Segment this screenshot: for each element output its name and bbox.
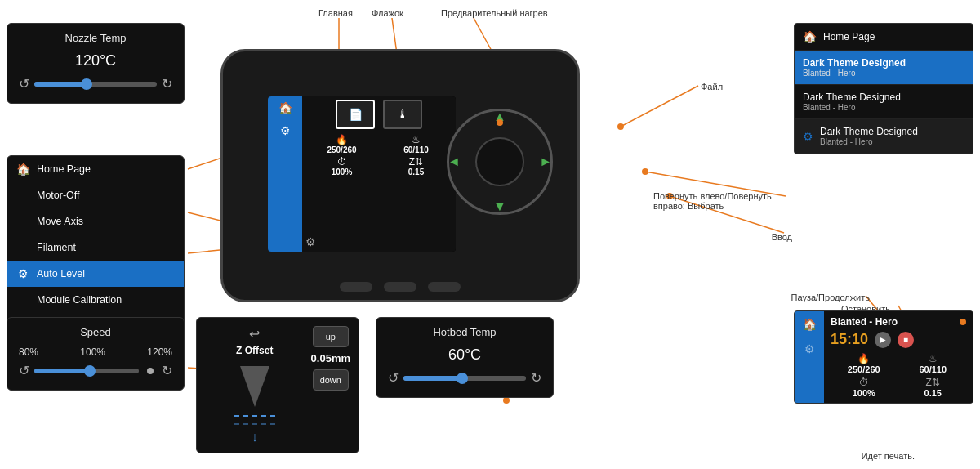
speed-panel: Speed 80% 100% 120% ↺ ↻ xyxy=(7,317,185,391)
nozzle-temp-slider-row: ↺ ↻ xyxy=(19,76,172,92)
print-bed-stat: ♨ 60/110 xyxy=(900,353,967,374)
screen-gear-bottom-icon[interactable]: ⚙ xyxy=(305,235,316,248)
print-title-row: Blanted - Hero xyxy=(831,316,966,328)
speed-track[interactable] xyxy=(34,368,139,373)
zoffset-nozzle-shape xyxy=(240,366,270,407)
menu-item-module-cal[interactable]: Module Calibration xyxy=(7,287,184,313)
print-panel-body: 🏠 ⚙ Blanted - Hero 15:10 ▶ ■ 🔥 250/260 xyxy=(795,311,973,403)
screen-z-icon: Z⇅ xyxy=(380,156,452,168)
print-stop-btn[interactable]: ■ xyxy=(898,332,914,348)
screen-bed-block: ♨ 60/110 xyxy=(380,134,452,154)
print-z-stat: Z⇅ 0.15 xyxy=(900,377,967,398)
menu-item-motor-off[interactable]: Motor-Off xyxy=(7,182,184,208)
speed-thumb[interactable] xyxy=(84,365,96,377)
speed-decrease-icon[interactable]: ↺ xyxy=(19,363,29,378)
speed-80: 80% xyxy=(19,346,38,358)
hotbed-thumb[interactable] xyxy=(457,373,468,384)
menu-item-filament[interactable]: Filament xyxy=(7,234,184,261)
speed-120: 120% xyxy=(147,346,172,358)
menu-panel: 🏠 Home Page Motor-Off Move Axis Filament… xyxy=(7,155,185,340)
screen-home-icon[interactable]: 🏠 xyxy=(278,101,292,114)
screen-speed-icon: ⏱ xyxy=(305,156,378,168)
print-speed-stat: ⏱ 100% xyxy=(831,377,898,398)
svg-point-17 xyxy=(642,168,648,175)
print-home-icon[interactable]: 🏠 xyxy=(803,318,817,331)
dial-indicator-dot xyxy=(497,119,503,126)
label-preheat: Предварительный нагрев xyxy=(441,8,548,18)
zoffset-left-section: ↩ Z Offset ↓ xyxy=(205,326,305,444)
screen-nozzle-block: 🔥 250/260 xyxy=(305,134,378,154)
menu-item-move-axis[interactable]: Move Axis xyxy=(7,208,184,234)
device-btn-3[interactable] xyxy=(428,282,461,292)
screen-z-value: 0.15 xyxy=(380,168,452,176)
home-icon: 🏠 xyxy=(16,162,30,176)
right-menu-homepage[interactable]: 🏠 Home Page xyxy=(795,24,973,51)
speed-options: 80% 100% 120% xyxy=(19,346,172,358)
right-menu-dark-2-label: Dark Theme Designed xyxy=(803,92,901,103)
nozzle-temp-value: 120°C xyxy=(19,52,172,69)
screen-z-block: Z⇅ 0.15 xyxy=(380,156,452,176)
screen-file-icon-box[interactable]: 📄 xyxy=(336,100,375,129)
menu-item-homepage[interactable]: 🏠 Home Page xyxy=(7,156,184,182)
menu-item-auto-level[interactable]: ⚙ Auto Level xyxy=(7,261,184,287)
screen-speed-block: ⏱ 100% xyxy=(305,156,378,176)
zoffset-panel: ↩ Z Offset ↓ up 0.05mm down xyxy=(196,317,359,453)
print-gear-icon[interactable]: ⚙ xyxy=(804,342,815,355)
dial-left-arrow: ◄ xyxy=(448,154,461,169)
label-rotate: Повернуть влево/Повернуть вправо: Выбрат… xyxy=(653,191,792,211)
device-btn-2[interactable] xyxy=(384,282,416,292)
screen-bed-icon: ♨ xyxy=(380,134,452,145)
right-menu-dark-theme-1[interactable]: Dark Theme Designed Blanted - Hero xyxy=(795,51,973,85)
device-btn-1[interactable] xyxy=(340,282,372,292)
menu-label-move-axis: Move Axis xyxy=(37,216,83,227)
device-body: 🏠 ⚙ 📄 🌡 🔥 250/260 ♨ 6 xyxy=(220,49,580,302)
hotbed-track[interactable] xyxy=(403,376,526,381)
screen-temp-icon-box[interactable]: 🌡 xyxy=(383,100,422,129)
right-menu-dark-1-content: Dark Theme Designed Blanted - Hero xyxy=(803,57,906,78)
screen-gear-icon[interactable]: ⚙ xyxy=(280,124,291,137)
print-z-val: 0.15 xyxy=(900,388,967,398)
nozzle-temp-increase-icon[interactable]: ↻ xyxy=(162,76,172,92)
speed-title: Speed xyxy=(19,326,172,338)
device-dial[interactable]: ▲ ▼ ◄ ► xyxy=(447,109,553,215)
menu-label-auto-level: Auto Level xyxy=(37,268,85,279)
hotbed-panel: Hotbed Temp 60°C ↺ ↻ xyxy=(376,317,554,398)
print-bed-icon: ♨ xyxy=(900,353,967,364)
nozzle-temp-track[interactable] xyxy=(34,82,157,87)
right-menu-homepage-label: Home Page xyxy=(823,31,875,42)
right-menu-dark-theme-2[interactable]: Dark Theme Designed Blanted - Hero xyxy=(795,85,973,119)
zoffset-value: 0.05mm xyxy=(311,352,350,364)
right-menu-dark-3-label: Dark Theme Designed xyxy=(820,126,918,137)
menu-label-module-cal: Module Calibration xyxy=(37,294,122,306)
right-menu-settings-row[interactable]: ⚙ Dark Theme Designed Blanted - Hero xyxy=(795,119,973,154)
hotbed-increase-icon[interactable]: ↻ xyxy=(531,370,541,386)
right-menu-dark-2-content: Dark Theme Designed Blanted - Hero xyxy=(803,92,901,112)
hotbed-decrease-icon[interactable]: ↺ xyxy=(388,370,399,386)
device-bottom-buttons xyxy=(340,282,461,292)
zoffset-down-btn[interactable]: down xyxy=(313,369,349,391)
zoffset-back-icon[interactable]: ↩ xyxy=(249,326,260,342)
menu-label-filament: Filament xyxy=(37,242,76,253)
print-nozzle-stat: 🔥 250/260 xyxy=(831,353,898,374)
screen-nozzle-icon: 🔥 xyxy=(305,134,378,145)
device-screen: 🏠 ⚙ 📄 🌡 🔥 250/260 ♨ 6 xyxy=(268,96,456,252)
nozzle-temp-decrease-icon[interactable]: ↺ xyxy=(19,76,29,92)
label-printing: Идет печать. xyxy=(862,451,915,461)
nozzle-temp-thumb[interactable] xyxy=(81,78,92,90)
speed-increase-icon[interactable]: ↻ xyxy=(162,363,172,378)
print-nozzle-val: 250/260 xyxy=(831,364,898,374)
zoffset-up-btn[interactable]: up xyxy=(313,326,349,347)
right-home-icon: 🏠 xyxy=(803,30,817,43)
device-center: 🏠 ⚙ 📄 🌡 🔥 250/260 ♨ 6 xyxy=(204,25,596,327)
print-speed-icon: ⏱ xyxy=(831,377,898,388)
right-menu-dark-3-sub: Blanted - Hero xyxy=(820,137,918,146)
print-main: Blanted - Hero 15:10 ▶ ■ 🔥 250/260 ♨ 60/… xyxy=(824,311,973,403)
label-glavnaya: Главная xyxy=(318,8,353,18)
right-print-panel: 🏠 ⚙ Blanted - Hero 15:10 ▶ ■ 🔥 250/260 xyxy=(794,310,973,404)
print-play-btn[interactable]: ▶ xyxy=(875,332,891,348)
hotbed-fill xyxy=(403,376,465,381)
nozzle-temp-title: Nozzle Temp xyxy=(19,32,172,44)
menu-label-homepage: Home Page xyxy=(37,163,91,175)
speed-slider-row: ↺ ↻ xyxy=(19,363,172,378)
svg-point-7 xyxy=(617,123,624,130)
